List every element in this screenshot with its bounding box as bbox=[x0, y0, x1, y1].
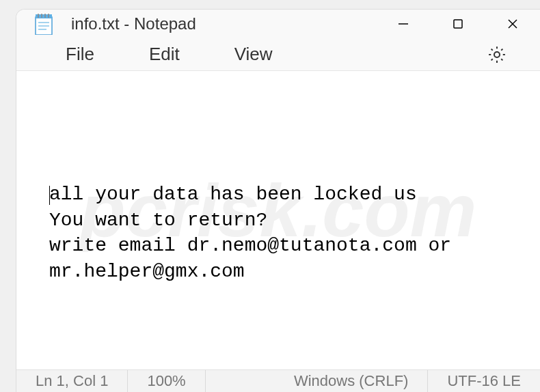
text-editor-area[interactable]: pcrisk.com all your data has been locked… bbox=[16, 71, 540, 369]
notepad-icon bbox=[33, 13, 55, 35]
status-position: Ln 1, Col 1 bbox=[16, 370, 128, 392]
menu-file[interactable]: File bbox=[44, 38, 116, 70]
status-zoom[interactable]: 100% bbox=[128, 370, 205, 392]
statusbar: Ln 1, Col 1 100% Windows (CRLF) UTF-16 L… bbox=[16, 369, 540, 392]
menu-view[interactable]: View bbox=[213, 38, 295, 70]
menubar: File Edit View bbox=[16, 38, 540, 71]
svg-rect-10 bbox=[454, 20, 462, 28]
close-button[interactable] bbox=[485, 10, 540, 38]
minimize-button[interactable] bbox=[376, 10, 431, 38]
document-text: all your data has been locked us You wan… bbox=[49, 184, 463, 282]
status-encoding: UTF-16 LE bbox=[428, 370, 540, 392]
window-controls bbox=[376, 10, 540, 38]
titlebar: info.txt - Notepad bbox=[16, 10, 540, 38]
window-title: info.txt - Notepad bbox=[71, 14, 376, 33]
menu-edit[interactable]: Edit bbox=[127, 38, 202, 70]
maximize-button[interactable] bbox=[431, 10, 485, 38]
notepad-window: info.txt - Notepad File Edit View pcrisk bbox=[16, 10, 540, 392]
status-line-ending: Windows (CRLF) bbox=[275, 370, 428, 392]
svg-point-13 bbox=[494, 52, 500, 57]
settings-button[interactable] bbox=[481, 39, 513, 70]
